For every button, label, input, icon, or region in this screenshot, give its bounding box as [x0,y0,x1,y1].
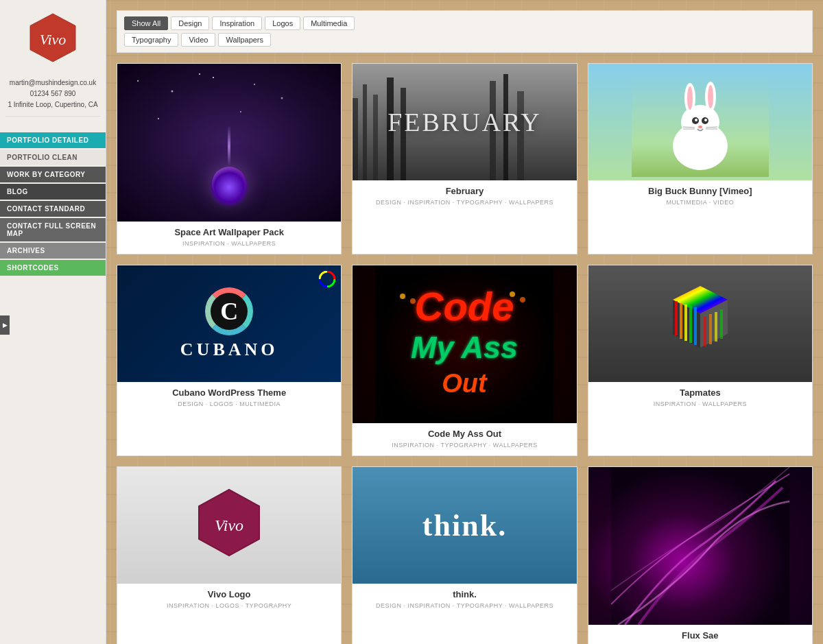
svg-rect-11 [353,98,358,180]
tags-february: DESIGN · INSPIRATION · TYPOGRAPHY · WALL… [359,199,569,206]
title-fluxsae: Flux Sae [595,630,805,641]
svg-text:My Ass: My Ass [412,330,518,365]
svg-rect-13 [373,95,378,180]
sidebar-item-portfolio-clean[interactable]: PORTFOLIO CLEAN [0,150,106,165]
thumb-space-art [117,64,341,222]
filter-design[interactable]: Design [171,16,209,30]
title-tapmates: Tapmates [595,387,805,398]
portfolio-item-fluxsae[interactable]: Flux Sae DESIGN · INSPIRATION [588,466,813,644]
contact-info: martin@mushindesign.co.uk 01234 567 890 … [8,77,97,110]
info-space-art: Space Art Wallpaper Pack INSPIRATION · W… [117,222,341,254]
svg-point-9 [213,77,214,78]
filter-bar: Show All Design Inspiration Logos Multim… [117,10,813,53]
filter-wallpapers[interactable]: Wallpapers [218,33,271,47]
svg-point-42 [510,291,515,297]
title-february: February [359,186,569,196]
info-codemy: Code My Ass Out INSPIRATION · TYPOGRAPHY… [353,423,576,455]
svg-text:Out: Out [442,369,488,398]
portfolio-item-codemy[interactable]: Code My Ass Out [352,265,577,456]
title-codemy: Code My Ass Out [359,429,569,439]
tags-codemy: INSPIRATION · TYPOGRAPHY · WALLPAPERS [359,442,569,449]
info-fluxsae: Flux Sae DESIGN · INSPIRATION [588,625,812,644]
svg-point-5 [254,84,255,85]
filter-all[interactable]: Show All [124,16,168,30]
navigation: PORTFOLIO DETAILED PORTFOLIO CLEAN WORK … [0,132,106,277]
filter-logos[interactable]: Logos [265,16,300,30]
portfolio-grid: Space Art Wallpaper Pack INSPIRATION · W… [117,63,813,644]
portfolio-item-space-art[interactable]: Space Art Wallpaper Pack INSPIRATION · W… [117,63,342,254]
info-think: think. DESIGN · INSPIRATION · TYPOGRAPHY… [353,584,576,616]
svg-point-7 [158,118,159,119]
cubano-title-text: CUBANO [180,339,278,360]
svg-point-6 [281,97,283,99]
portfolio-item-tapmates[interactable]: Tapmates INSPIRATION · WALLPAPERS [588,265,813,456]
portfolio-item-cubano[interactable]: C CUBANO Cubano WordPress Theme DESIGN ·… [117,265,342,456]
space-planet [212,167,246,201]
february-text: FEBRUARY [387,107,542,137]
svg-point-43 [520,297,525,302]
thumb-vivologo: Vivo [117,467,341,584]
tags-space-art: INSPIRATION · WALLPAPERS [124,240,334,247]
sidebar-item-portfolio-detailed[interactable]: PORTFOLIO DETAILED [0,132,106,148]
svg-point-25 [708,85,713,108]
filter-video[interactable]: Video [181,33,215,47]
svg-point-3 [171,91,174,93]
svg-point-2 [137,80,139,82]
thumb-tapmates [588,265,812,382]
portfolio-item-bunny[interactable]: Big Buck Bunny [Vimeo] MULTIMEDIA · VIDE… [588,63,813,254]
info-february: February DESIGN · INSPIRATION · TYPOGRAP… [353,180,576,213]
title-cubano: Cubano WordPress Theme [124,387,334,398]
filter-row-2: Typography Video Wallpapers [124,33,805,47]
palette-icon [319,271,335,287]
sidebar-item-contact-standard[interactable]: CONTACT STANDARD [0,201,106,217]
filter-typography[interactable]: Typography [124,33,178,47]
thumb-february: FEBRUARY [353,64,576,180]
svg-text:Vivo: Vivo [215,516,243,534]
filter-row-1: Show All Design Inspiration Logos Multim… [124,16,805,30]
tags-think: DESIGN · INSPIRATION · TYPOGRAPHY · WALL… [359,602,569,609]
sidebar-item-work-by-category[interactable]: WORK BY CATEGORY [0,167,106,182]
svg-point-30 [698,126,702,128]
sidebar-item-contact-fullscreen[interactable]: CONTACT FULL SCREEN MAP [0,218,106,241]
sidebar-toggle[interactable]: ▶ [0,315,10,335]
svg-point-8 [240,111,241,112]
thumb-fluxsae [588,467,812,625]
logo[interactable]: Vivo [25,10,80,65]
thumb-bunny [588,64,812,180]
title-space-art: Space Art Wallpaper Pack [124,227,334,237]
svg-point-29 [704,119,707,121]
info-tapmates: Tapmates INSPIRATION · WALLPAPERS [588,382,812,414]
cubano-ring: C [205,287,253,335]
info-bunny: Big Buck Bunny [Vimeo] MULTIMEDIA · VIDE… [588,180,812,213]
svg-text:Vivo: Vivo [40,31,67,48]
tags-cubano: DESIGN · LOGOS · MULTIMEDIA [124,401,334,407]
sidebar: Vivo martin@mushindesign.co.uk 01234 567… [0,0,106,644]
svg-point-40 [400,294,405,299]
svg-rect-12 [363,84,367,180]
portfolio-item-think[interactable]: think. think. DESIGN · INSPIRATION · TYP… [352,466,577,644]
sidebar-item-shortcodes[interactable]: SHORTCODES [0,260,106,276]
svg-point-4 [199,73,200,75]
sidebar-item-archives[interactable]: ARCHIVES [0,243,106,259]
svg-text:Code: Code [415,284,514,329]
main-content: Show All Design Inspiration Logos Multim… [106,0,823,644]
info-cubano: Cubano WordPress Theme DESIGN · LOGOS · … [117,382,341,414]
portfolio-item-february[interactable]: FEBRUARY February DESIGN · INSPIRATION ·… [352,63,577,254]
thumb-codemy: Code My Ass Out [353,265,576,423]
svg-point-28 [695,119,697,121]
svg-point-41 [410,298,416,304]
tags-vivologo: INSPIRATION · LOGOS · TYPOGRAPHY [124,602,334,609]
think-text: think. [422,508,507,543]
title-vivologo: Vivo Logo [124,589,334,599]
thumb-cubano: C CUBANO [117,265,341,382]
svg-point-24 [687,86,693,110]
portfolio-item-vivologo[interactable]: Vivo Vivo Logo INSPIRATION · LOGOS · TYP… [117,466,342,644]
filter-multimedia[interactable]: Multimedia [303,16,355,30]
thumb-think: think. [353,467,576,584]
tags-bunny: MULTIMEDIA · VIDEO [595,199,805,206]
info-vivologo: Vivo Logo INSPIRATION · LOGOS · TYPOGRAP… [117,584,341,616]
sidebar-item-blog[interactable]: BLOG [0,184,106,200]
filter-inspiration[interactable]: Inspiration [212,16,262,30]
title-bunny: Big Buck Bunny [Vimeo] [595,186,805,196]
title-think: think. [359,589,569,599]
